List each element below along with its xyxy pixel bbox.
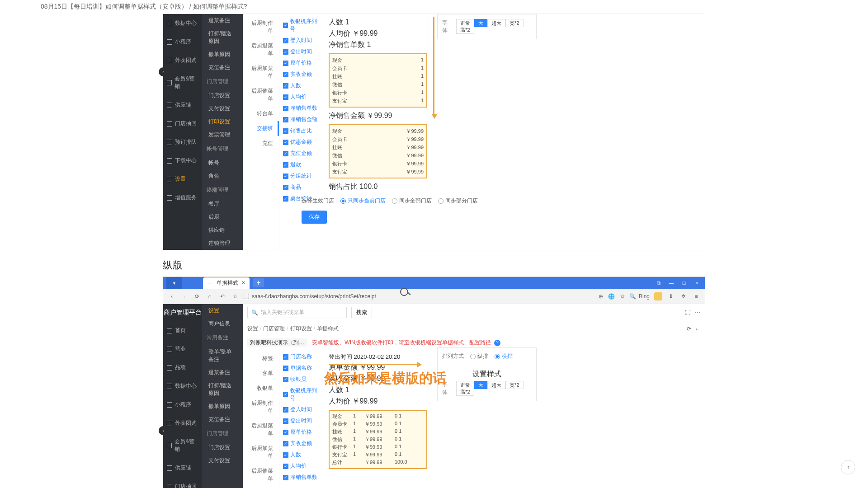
search-button[interactable]: 搜索 — [351, 307, 372, 318]
sidebar-item-reserve[interactable]: 预订排队 — [163, 133, 202, 151]
sidebar-subitem[interactable]: 门店设置 — [202, 89, 243, 102]
reload-icon[interactable]: ⟳ — [193, 293, 201, 300]
sidebar-subitem[interactable]: 连锁管理 — [202, 237, 243, 250]
category-tab[interactable]: 后厨催菜单 — [243, 464, 279, 486]
sidebar-subitem[interactable]: 支付设置 — [202, 454, 243, 467]
home-icon[interactable]: ⌂ — [206, 293, 214, 300]
category-tab[interactable]: 后厨制作单 — [243, 396, 279, 418]
field-checkbox-item[interactable]: ✓门店名称 — [279, 351, 324, 362]
field-checkbox-item[interactable]: ✓净销售单数 — [279, 472, 324, 483]
zoom-icon[interactable]: ⊕ — [597, 293, 605, 300]
url-field[interactable]: saas-f.daozhangba.com/setup/store/printS… — [244, 293, 488, 300]
field-checkbox-item[interactable]: ✓优惠金额 — [279, 136, 324, 148]
window-close-icon[interactable]: × — [691, 278, 702, 287]
category-tab[interactable]: 收银单 — [243, 381, 279, 396]
sidebar-item-supply[interactable]: 供应链 — [163, 96, 202, 114]
category-tab[interactable]: 后厨催菜单 — [243, 84, 279, 106]
field-checkbox-item[interactable]: ✓人均价 — [279, 460, 324, 472]
field-checkbox-item[interactable]: ✓收银员 — [279, 374, 324, 385]
field-checkbox-item[interactable]: ✓人数 — [279, 449, 324, 460]
font-option[interactable]: 宽*2 — [505, 381, 523, 389]
field-checkbox-item[interactable]: ✓充值金额 — [279, 148, 324, 159]
sidebar-subitem[interactable]: 打印设置 — [202, 115, 243, 128]
field-checkbox-item[interactable]: ✓原单价格 — [279, 57, 324, 69]
sidebar-subitem[interactable]: 发票管理 — [202, 128, 243, 141]
font-option[interactable]: 宽*2 — [505, 19, 523, 27]
menu-search-input[interactable]: 🔍 输入关键字找菜单 — [247, 307, 347, 318]
window-minimize-icon[interactable]: — — [666, 278, 677, 287]
font-option[interactable]: 大 — [474, 19, 487, 27]
field-checkbox-item[interactable]: ✓人数 — [279, 80, 324, 91]
sidebar-subitem[interactable]: 撤单原因 — [202, 400, 243, 413]
sidebar-item-operate[interactable]: 营业 — [163, 340, 202, 358]
category-tab[interactable]: 后厨加菜单 — [243, 441, 279, 464]
sidebar-item-home[interactable]: 首页 — [163, 321, 202, 340]
sidebar-subitem[interactable]: 退菜备注 — [202, 366, 243, 379]
font-option[interactable]: 超大 — [487, 19, 505, 27]
scope-option[interactable]: 只同步当前门店 — [340, 197, 386, 205]
category-tab[interactable]: 后厨退菜单 — [243, 38, 279, 61]
field-checkbox-item[interactable]: ✓净销售单数 — [279, 103, 324, 114]
sidebar-subitem[interactable]: 商户信息 — [202, 317, 243, 330]
category-tab[interactable]: 转台单 — [243, 106, 279, 121]
sidebar-item-supply[interactable]: 供应链 — [163, 459, 202, 477]
sidebar-item-valueadd[interactable]: 增值服务 — [163, 188, 202, 207]
new-tab-button[interactable]: + — [253, 278, 264, 287]
tab-dropdown[interactable]: ▾ — [166, 277, 182, 289]
translate-icon[interactable]: 🌐 — [608, 293, 616, 300]
scope-option[interactable]: 同步部分门店 — [438, 197, 478, 205]
back-icon[interactable]: ← — [208, 280, 213, 286]
store-tag[interactable]: 到账吧科技演示（到… — [247, 338, 307, 347]
sidebar-item-data-center[interactable]: 数据中心 — [163, 14, 202, 33]
sidebar-subitem[interactable]: 帐号 — [202, 156, 243, 169]
sidebar-item-member[interactable]: 会员&营销 — [163, 432, 202, 459]
window-restore-icon[interactable]: ⧉ — [653, 278, 664, 287]
save-button[interactable]: 保存 — [302, 211, 327, 224]
breadcrumb-item[interactable]: 门店管理 — [263, 325, 285, 332]
category-tab[interactable]: 后厨加菜单 — [243, 61, 279, 84]
fullscreen-icon[interactable]: ⛶ — [685, 310, 690, 316]
sidebar-item-store-recall[interactable]: 门店抽回 — [163, 477, 202, 488]
field-checkbox-item[interactable]: ✓退款 — [279, 159, 324, 170]
sidebar-subitem[interactable]: 整单/整单备注 — [202, 345, 243, 366]
collapse-sidebar-button[interactable]: ‹ — [159, 67, 168, 76]
field-checkbox-item[interactable]: ✓实收金额 — [279, 438, 324, 449]
field-checkbox-item[interactable]: ✓原单价格 — [279, 427, 324, 438]
refresh-icon[interactable]: ⟳ — [687, 326, 691, 332]
sidebar-item-member[interactable]: 会员&营销 — [163, 70, 202, 96]
collapse-sidebar-button[interactable]: ‹ — [159, 426, 168, 435]
more-icon[interactable]: ⋯ — [695, 310, 700, 316]
layout-option[interactable]: 横排 — [495, 352, 513, 360]
field-checkbox-item[interactable]: ✓销售占比 — [279, 125, 324, 136]
menu-icon[interactable]: ≡ — [692, 293, 700, 300]
field-checkbox-item[interactable]: ✓登出时间 — [279, 415, 324, 427]
field-checkbox-item[interactable]: ✓收银机序列号 — [279, 385, 324, 404]
sidebar-subitem[interactable]: 充值备注 — [202, 413, 243, 426]
nav-back-icon[interactable]: ‹ — [168, 293, 176, 300]
breadcrumb-item[interactable]: 单据样式 — [317, 325, 339, 332]
nav-forward-icon[interactable]: › — [180, 293, 189, 300]
close-tab-icon[interactable]: × — [242, 280, 245, 286]
sidebar-subitem[interactable]: 设置 — [202, 304, 243, 317]
scope-option[interactable]: 同步全部门店 — [392, 197, 432, 205]
sidebar-item-delivery[interactable]: 外卖团购 — [163, 414, 202, 432]
field-checkbox-item[interactable]: ✓登出时间 — [279, 46, 324, 57]
bookmark-icon[interactable]: ✩ — [618, 293, 627, 300]
search-engine-name[interactable]: Bing — [639, 293, 650, 300]
font-option[interactable]: 高*2 — [456, 388, 474, 396]
category-tab[interactable]: 交接班 — [243, 121, 279, 136]
sidebar-subitem[interactable]: 打折/赠送原因 — [202, 379, 243, 400]
field-checkbox-item[interactable]: ✓人均价 — [279, 91, 324, 103]
sidebar-subitem[interactable]: 供应链 — [202, 224, 243, 237]
field-checkbox-item[interactable]: ✓实收金额 — [279, 69, 324, 80]
sidebar-subitem[interactable]: 后厨 — [202, 211, 243, 224]
sidebar-item-items[interactable]: 品项 — [163, 358, 202, 377]
font-option[interactable]: 大 — [474, 381, 487, 389]
sidebar-item-delivery[interactable]: 外卖团购 — [163, 51, 202, 70]
field-checkbox-item[interactable]: ✓登入时间 — [279, 35, 324, 46]
category-tab[interactable]: 标签 — [243, 351, 279, 366]
sidebar-item-miniapp[interactable]: 小程序 — [163, 395, 202, 414]
help-icon[interactable]: ? — [494, 340, 500, 346]
sidebar-subitem[interactable]: 打折/赠送原因 — [202, 27, 243, 48]
sidebar-subitem[interactable]: 角色 — [202, 169, 243, 183]
